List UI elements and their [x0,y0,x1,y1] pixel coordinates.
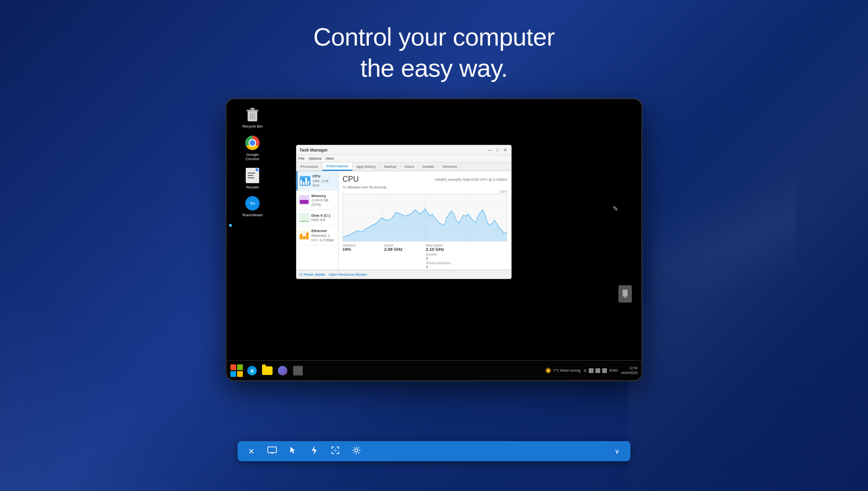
headline-line1: Control your computer [313,23,555,51]
svg-marker-15 [343,209,507,241]
tm-footer: ⊙ Fewer details Open Resource Monitor [297,270,511,279]
fewer-details-icon: ⊙ [299,272,303,277]
fullscreen-icon [331,446,340,456]
desktop-icons: Recycle Bin Google Chrome Result [240,106,265,218]
fewer-details-label: Fewer details [304,272,325,277]
tm-minimize-button[interactable]: — [487,147,493,153]
teamviewer-label: TeamViewer [242,213,263,218]
chrome-icon[interactable]: Google Chrome [240,135,265,162]
windows-taskbar: ☀️ 7°C Meist sonnig ∧ ENG 12:54 14/04/20… [227,360,641,380]
tray-icon-3 [602,368,607,373]
sidebar-memory-name: Memory [311,194,336,199]
tm-menu-file[interactable]: File [298,156,305,161]
right-panel-icon[interactable] [618,285,632,303]
toolbar-close-button[interactable]: ✕ [244,444,258,458]
weather-icon: ☀️ [545,367,552,374]
tab-performance[interactable]: Performance [322,163,353,171]
svg-rect-7 [624,296,627,298]
gear-icon [352,446,361,456]
stat-speed: Speed 2.09 GHz [384,244,424,269]
sidebar-disk-name: Disk 0 (C:) [311,213,336,218]
windows-logo [230,364,243,377]
taskbar-icon-4[interactable] [276,364,289,377]
sidebar-ethernet-value: Ethernet1 1 [311,234,336,238]
start-button[interactable] [230,364,243,377]
win-sq-3 [230,371,236,377]
sidebar-ethernet[interactable]: Ethernet Ethernet1 1 0.4 / 1.2 Mbps [297,226,338,246]
windows-desktop: Recycle Bin Google Chrome Result [227,99,641,360]
svg-rect-2 [251,108,254,110]
tm-tabs: Processes Performance App history Startu… [297,163,511,171]
cpu-chart [343,194,507,242]
toolbar-fullscreen-button[interactable] [329,444,342,458]
tab-startup[interactable]: Startup [380,163,400,171]
tab-services[interactable]: Services [438,163,461,171]
results-image [244,167,261,184]
sidebar-ethernet-speed: 0.4 / 1.2 Mbps [311,238,336,242]
chrome-image [244,135,261,151]
chevron-down-icon: ∨ [615,447,619,455]
chart-label: % Utilisation over 60 seconds [343,186,507,189]
recycle-bin-label: Recycle Bin [242,124,263,129]
win-sq-4 [237,371,243,377]
recycle-bin-icon[interactable]: Recycle Bin [240,106,265,129]
sidebar-memory-value: 2.2/4.9 GB (51%) [311,198,336,207]
teamviewer-image [244,195,261,211]
tab-users[interactable]: Users [400,163,419,171]
edge-taskbar-button[interactable] [246,364,258,377]
memory-mini-chart [299,195,309,205]
toolbar-action-button[interactable] [308,444,321,458]
svg-rect-6 [623,290,628,296]
tm-close-button[interactable]: ✕ [503,147,508,153]
toolbar-settings-button[interactable] [350,444,363,458]
task-manager-window: Task Manager — □ ✕ File Options View Pro… [296,145,512,279]
win-sq-1 [230,364,236,370]
tm-menu-view[interactable]: View [325,156,333,161]
ethernet-mini-chart [299,231,309,240]
sidebar-memory[interactable]: Memory 2.2/4.9 GB (51%) [297,191,338,210]
results-icon[interactable]: Results [240,167,265,190]
tm-title: Task Manager [299,148,328,152]
toolbar-chevron-button[interactable]: ∨ [610,444,624,458]
fewer-details-button[interactable]: ⊙ Fewer details [299,272,325,277]
sockets-value: 2 [426,256,466,260]
toolbar-buttons: ✕ [244,444,363,458]
tm-menu-options[interactable]: Options [308,156,322,161]
teamviewer-icon[interactable]: TeamViewer [240,195,265,218]
cpu-mini-chart [300,176,310,186]
tab-details[interactable]: Details [419,163,438,171]
tm-menubar: File Options View [297,155,511,163]
recycle-bin-image [244,106,261,123]
weather-widget[interactable]: ☀️ 7°C Meist sonnig [545,367,581,374]
toolbar-cursor-button[interactable] [286,444,300,458]
results-label: Results [246,185,259,190]
stat-base-speed: Base speed: 2.10 GHz Sockets: 2 Virtual … [426,244,466,269]
remote-toolbar: ✕ [238,441,630,461]
open-resource-monitor-button[interactable]: Open Resource Monitor [329,272,367,277]
system-tray: ∧ [583,368,607,373]
tab-processes[interactable]: Processes [297,163,322,171]
taskbar-icon-5[interactable] [292,364,304,377]
tm-restore-button[interactable]: □ [495,147,501,153]
sidebar-cpu[interactable]: CPU 19%, 2.09 GHz [297,171,338,191]
disk-mini-chart [299,213,309,222]
file-explorer-button[interactable] [261,364,274,377]
date-display: 14/04/2023 [621,371,638,375]
language-indicator: ENG [610,368,618,373]
toolbar-right: ∨ [610,444,624,458]
taskbar-right: ☀️ 7°C Meist sonnig ∧ ENG 12:54 14/04/20… [545,366,638,374]
edit-cursor-icon[interactable]: ✎ [613,205,622,214]
sidebar-disk[interactable]: Disk 0 (C:) HDD 0% [297,210,338,226]
toolbar-monitor-button[interactable] [265,444,279,458]
weather-text: 7°C Meist sonnig [553,368,581,373]
base-speed-value: 2.10 GHz [426,247,466,252]
tab-app-history[interactable]: App history [353,163,380,171]
datetime-widget[interactable]: 12:54 14/04/2023 [621,366,638,374]
headline-section: Control your computer the easy way. [0,0,868,98]
connection-indicator [229,224,232,227]
sidebar-cpu-name: CPU [312,174,336,179]
taskbar-left [230,364,304,377]
tray-arrow[interactable]: ∧ [583,368,587,373]
tm-window-controls: — □ ✕ [487,147,508,153]
folder-icon [262,366,273,375]
